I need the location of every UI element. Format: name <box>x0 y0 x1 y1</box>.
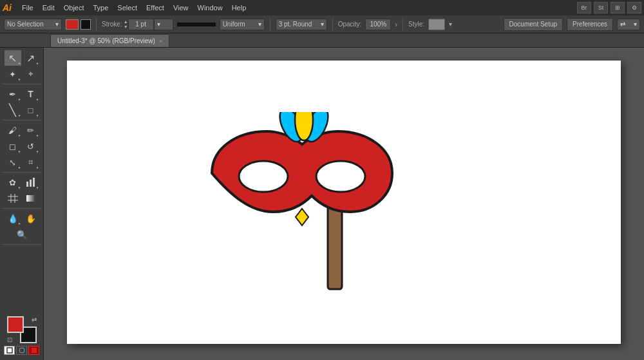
tool-separator-1 <box>3 84 41 84</box>
menu-select[interactable]: Select <box>113 3 141 13</box>
selection-dropdown[interactable]: No Selection ▾ <box>4 19 62 30</box>
select-tool[interactable]: ↖ ▸ <box>5 50 21 66</box>
svg-point-9 <box>19 348 24 353</box>
stroke-unit-dropdown[interactable]: ▾ <box>154 19 173 30</box>
fg-bg-colors: ⊡ ⇄ <box>7 316 37 343</box>
stroke-label: Stroke: <box>102 21 122 28</box>
swap-colors-icon[interactable]: ⇄ <box>32 316 37 323</box>
direct-select-tool[interactable]: ↗ ▸ <box>23 50 39 66</box>
magic-wand-tool[interactable]: ✦ ▸ <box>5 66 21 82</box>
reset-colors-icon[interactable]: ⊡ <box>7 336 12 343</box>
menu-file[interactable]: File <box>18 3 37 13</box>
type-tool[interactable]: T ▸ <box>23 86 39 102</box>
graph-tool[interactable]: ▸ <box>23 175 39 190</box>
tool-separator-5 <box>3 244 41 245</box>
color-area: ⊡ ⇄ <box>1 314 42 357</box>
stroke-line-preview <box>177 23 216 26</box>
blend-tool[interactable]: ⌗ ▸ <box>23 155 39 170</box>
line-tool[interactable]: ╲ ▸ <box>5 102 21 118</box>
menu-view[interactable]: View <box>169 3 193 13</box>
eyedropper-tool[interactable]: 💧 ▸ <box>5 211 21 226</box>
main-area: ↖ ▸ ↗ ▸ ✦ ▸ ⌖ ✒ ▸ T ▸ <box>0 48 644 360</box>
gradient-tool[interactable] <box>23 191 39 206</box>
menu-bar: Ai File Edit Object Type Select Effect V… <box>0 0 644 15</box>
document-setup-button[interactable]: Document Setup <box>504 18 564 31</box>
svg-rect-8 <box>7 348 12 353</box>
svg-rect-2 <box>33 178 35 187</box>
hand-tool[interactable]: ✋ <box>23 211 39 226</box>
foreground-color-swatch[interactable] <box>7 316 24 333</box>
mesh-tool[interactable] <box>5 191 21 206</box>
menu-edit[interactable]: Edit <box>39 3 59 13</box>
svg-point-16 <box>295 112 313 140</box>
pen-tool[interactable]: ✒ ▸ <box>5 86 21 102</box>
stroke-stepper[interactable]: ▲ ▼ <box>124 19 128 30</box>
stroke-type-dropdown[interactable]: Uniform ▾ <box>220 19 265 30</box>
stroke-swatch[interactable] <box>80 19 91 30</box>
style-swatch[interactable] <box>428 19 445 30</box>
opacity-input[interactable] <box>365 19 391 30</box>
rectangle-tool[interactable]: □ ▸ <box>23 102 39 118</box>
separator-1 <box>96 18 97 31</box>
document-tab[interactable]: Untitled-3* @ 50% (RGB/Preview) × <box>50 34 169 47</box>
bridge-icon[interactable]: Br <box>577 2 591 14</box>
paintbrush-tool[interactable]: 🖌 ▸ <box>5 122 21 138</box>
artboard <box>67 61 621 344</box>
svg-rect-0 <box>26 182 28 187</box>
menu-help[interactable]: Help <box>228 3 251 13</box>
svg-marker-17 <box>296 209 308 225</box>
fill-swatch[interactable] <box>66 19 79 30</box>
tab-title: Untitled-3* @ 50% (RGB/Preview) <box>57 37 155 44</box>
app-logo: Ai <box>3 3 12 13</box>
zoom-tool[interactable]: 🔍 <box>14 227 30 242</box>
mask-illustration <box>196 112 415 294</box>
menu-object[interactable]: Object <box>60 3 88 13</box>
tab-close-button[interactable]: × <box>159 38 162 44</box>
preferences-button[interactable]: Preferences <box>567 18 613 31</box>
rotate-tool[interactable]: ↺ ▸ <box>23 138 39 154</box>
opacity-expand[interactable]: › <box>395 21 397 28</box>
style-label: Style: <box>408 21 424 28</box>
options-bar: No Selection ▾ Stroke: ▲ ▼ ▾ Uniform ▾ 3… <box>0 15 644 33</box>
separator-2 <box>270 18 270 31</box>
behind-mode-icon[interactable] <box>16 346 27 355</box>
mode-icons <box>4 346 39 355</box>
sync-icon[interactable]: ⚙ <box>627 2 641 14</box>
stroke-input[interactable] <box>128 19 154 30</box>
symbol-tool[interactable]: ✿ ▸ <box>5 175 21 190</box>
menu-type[interactable]: Type <box>90 3 113 13</box>
opacity-label: Opacity: <box>338 21 362 28</box>
style-dropdown-arrow[interactable]: ▾ <box>449 21 452 28</box>
cap-dropdown[interactable]: 3 pt. Round ▾ <box>276 19 327 30</box>
inside-mode-icon[interactable] <box>28 346 39 355</box>
normal-mode-icon[interactable] <box>4 346 15 355</box>
svg-rect-7 <box>26 195 35 202</box>
menu-bar-right: Br St ⊞ ⚙ <box>577 2 641 14</box>
tab-bar: Untitled-3* @ 50% (RGB/Preview) × <box>0 33 644 48</box>
separator-4 <box>402 18 403 31</box>
pencil-tool[interactable]: ✏ ▸ <box>23 122 39 138</box>
svg-point-12 <box>239 161 288 192</box>
svg-rect-1 <box>30 180 32 187</box>
canvas-area[interactable] <box>44 48 644 360</box>
scale-tool[interactable]: ⤡ ▸ <box>5 155 21 170</box>
tool-separator-2 <box>3 120 41 120</box>
left-toolbar: ↖ ▸ ↗ ▸ ✦ ▸ ⌖ ✒ ▸ T ▸ <box>0 48 44 360</box>
menu-effect[interactable]: Effect <box>142 3 168 13</box>
arrange-dropdown[interactable]: ⇄▾ <box>617 19 640 30</box>
lasso-tool[interactable]: ⌖ <box>23 66 39 82</box>
separator-3 <box>332 18 333 31</box>
grid-icon[interactable]: ⊞ <box>611 2 625 14</box>
eraser-tool[interactable]: ◻ ▸ <box>5 138 21 154</box>
stock-icon[interactable]: St <box>594 2 608 14</box>
svg-rect-10 <box>32 348 37 353</box>
svg-point-13 <box>316 161 365 192</box>
tool-separator-4 <box>3 208 41 209</box>
tool-separator-3 <box>3 172 41 173</box>
menu-window[interactable]: Window <box>194 3 227 13</box>
